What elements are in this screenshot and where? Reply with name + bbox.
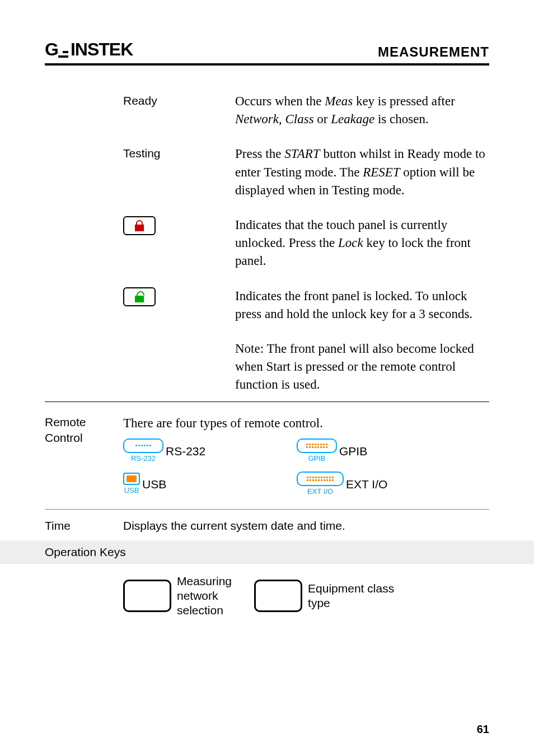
remote-label: USB bbox=[142, 476, 166, 492]
extio-port-icon: EXT I/O bbox=[297, 472, 344, 497]
status-desc: Occurs when the Meas key is pressed afte… bbox=[235, 92, 489, 128]
operation-keys-heading: Operation Keys bbox=[0, 540, 534, 563]
status-desc: Indicates the front panel is locked. To … bbox=[235, 287, 489, 323]
remote-heading-2: Control bbox=[45, 431, 83, 444]
status-row-unlocked: Indicates that the touch panel is curren… bbox=[45, 216, 489, 270]
status-desc: Indicates that the touch panel is curren… bbox=[235, 216, 489, 270]
status-row-locked: Indicates the front panel is locked. To … bbox=[45, 287, 489, 323]
page-number: 61 bbox=[477, 723, 489, 736]
time-row: Time Displays the current system date an… bbox=[45, 517, 489, 534]
content-area: Ready Occurs when the Meas key is presse… bbox=[45, 92, 489, 618]
status-row-testing: Testing Press the START button whilst in… bbox=[45, 145, 489, 199]
page-header: GINSTEK MEASUREMENT bbox=[45, 39, 489, 66]
remote-grid: RS-232 RS-232 GPIB GPIB USB U bbox=[123, 438, 489, 497]
time-label: Time bbox=[45, 517, 123, 534]
remote-heading-1: Remote bbox=[45, 416, 86, 428]
remote-label: GPIB bbox=[339, 443, 367, 459]
remote-control-section: Remote Control There are four types of r… bbox=[45, 414, 489, 497]
status-row-note: Note: The front panel will also become l… bbox=[45, 340, 489, 394]
gpib-port-icon: GPIB bbox=[297, 438, 337, 464]
remote-rs232: RS-232 RS-232 bbox=[123, 438, 252, 464]
operation-keys-row: Measuringnetworkselection Equipment clas… bbox=[123, 574, 489, 618]
opkey-label: Equipment classtype bbox=[308, 581, 394, 611]
divider bbox=[45, 509, 489, 510]
time-desc: Displays the current system date and tim… bbox=[123, 517, 489, 534]
remote-label: EXT I/O bbox=[346, 476, 387, 492]
remote-intro: There are four types of remote control. bbox=[123, 414, 489, 432]
opkey-label: Measuringnetworkselection bbox=[177, 574, 232, 618]
lock-open-icon bbox=[123, 216, 156, 235]
usb-port-icon: USB bbox=[123, 473, 140, 496]
opkey-box-icon bbox=[123, 580, 171, 612]
status-label: Testing bbox=[123, 145, 235, 199]
remote-usb: USB USB bbox=[123, 472, 252, 497]
remote-gpib: GPIB GPIB bbox=[297, 438, 367, 464]
opkey-measuring-network: Measuringnetworkselection bbox=[123, 574, 232, 618]
status-label: Ready bbox=[123, 92, 235, 128]
status-desc: Press the START button whilst in Ready m… bbox=[235, 145, 489, 199]
remote-label: RS-232 bbox=[166, 443, 205, 459]
status-desc: Note: The front panel will also become l… bbox=[235, 340, 489, 394]
section-title: MEASUREMENT bbox=[378, 44, 489, 60]
divider bbox=[45, 402, 489, 402]
rs232-port-icon: RS-232 bbox=[123, 438, 163, 464]
remote-extio: EXT I/O EXT I/O bbox=[297, 472, 387, 497]
opkey-equipment-class: Equipment classtype bbox=[254, 574, 394, 618]
brand-logo: GINSTEK bbox=[45, 39, 133, 60]
opkey-box-icon bbox=[254, 580, 302, 612]
lock-closed-icon bbox=[123, 287, 156, 306]
status-row-ready: Ready Occurs when the Meas key is presse… bbox=[45, 92, 489, 128]
